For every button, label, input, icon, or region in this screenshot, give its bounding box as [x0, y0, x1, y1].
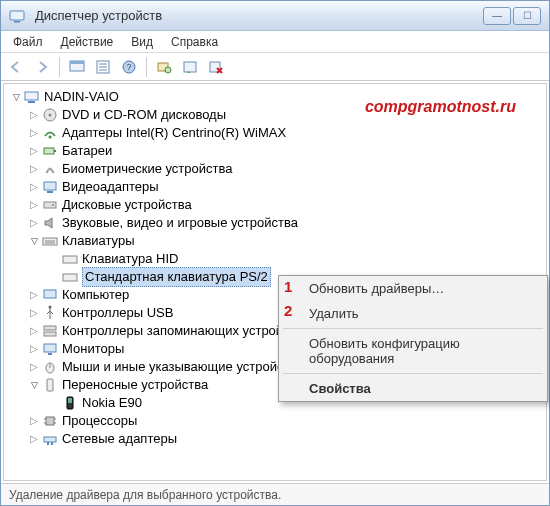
- svg-rect-41: [46, 417, 54, 425]
- device-manager-window: Диспетчер устройств — ☐ Файл Действие Ви…: [0, 0, 550, 506]
- expander-open-icon[interactable]: [10, 91, 22, 103]
- expander-closed-icon[interactable]: [28, 289, 40, 301]
- expander-closed-icon[interactable]: [28, 199, 40, 211]
- menu-file[interactable]: Файл: [5, 33, 51, 51]
- svg-rect-48: [51, 442, 53, 445]
- disc-drive-icon: [42, 107, 58, 123]
- context-menu-delete[interactable]: Удалить: [279, 301, 547, 326]
- tree-item[interactable]: Батареи: [8, 142, 542, 160]
- svg-rect-30: [44, 290, 56, 298]
- keyboard-icon: [42, 233, 58, 249]
- biometric-icon: [42, 161, 58, 177]
- toolbar-delete-icon[interactable]: [205, 56, 227, 78]
- monitor-icon: [42, 341, 58, 357]
- sound-icon: [42, 215, 58, 231]
- wimax-icon: [42, 125, 58, 141]
- expander-closed-icon[interactable]: [28, 433, 40, 445]
- svg-rect-35: [48, 353, 52, 355]
- tree-item-keyboards[interactable]: Клавиатуры: [8, 232, 542, 250]
- svg-point-17: [49, 114, 52, 117]
- computer-icon: [24, 89, 40, 105]
- expander-closed-icon[interactable]: [28, 307, 40, 319]
- network-adapter-icon: [42, 431, 58, 447]
- svg-rect-20: [54, 150, 56, 152]
- expander-open-icon[interactable]: [28, 235, 40, 247]
- menu-action[interactable]: Действие: [53, 33, 122, 51]
- svg-rect-3: [70, 61, 84, 64]
- menu-help[interactable]: Справка: [163, 33, 226, 51]
- toolbar-forward-icon[interactable]: [31, 56, 53, 78]
- expander-closed-icon[interactable]: [28, 415, 40, 427]
- tree-item[interactable]: Дисковые устройства: [8, 196, 542, 214]
- tree-item[interactable]: Адаптеры Intel(R) Centrino(R) WiMAX: [8, 124, 542, 142]
- context-menu-separator: [283, 328, 543, 329]
- expander-closed-icon[interactable]: [28, 343, 40, 355]
- keyboard-icon: [62, 269, 78, 285]
- svg-rect-21: [44, 182, 56, 190]
- expander-closed-icon[interactable]: [28, 145, 40, 157]
- svg-rect-40: [68, 398, 72, 403]
- storage-controller-icon: [42, 323, 58, 339]
- expander-closed-icon[interactable]: [28, 325, 40, 337]
- expander-closed-icon[interactable]: [28, 361, 40, 373]
- tree-root[interactable]: NADIN-VAIO: [8, 88, 542, 106]
- display-adapter-icon: [42, 179, 58, 195]
- svg-rect-12: [184, 62, 196, 72]
- tree-item[interactable]: Сетевые адаптеры: [8, 430, 542, 448]
- svg-rect-33: [44, 332, 56, 336]
- expander-closed-icon[interactable]: [28, 163, 40, 175]
- app-icon: [9, 8, 25, 24]
- battery-icon: [42, 143, 58, 159]
- tree-item[interactable]: Видеоадаптеры: [8, 178, 542, 196]
- svg-rect-32: [44, 326, 56, 330]
- portable-device-icon: [42, 377, 58, 393]
- context-menu: Обновить драйверы… Удалить Обновить конф…: [278, 275, 548, 402]
- toolbar-help-icon[interactable]: ?: [118, 56, 140, 78]
- svg-rect-28: [63, 256, 77, 263]
- svg-rect-19: [44, 148, 54, 154]
- svg-rect-47: [47, 442, 49, 445]
- svg-rect-46: [44, 437, 56, 442]
- tree-item[interactable]: DVD и CD-ROM дисководы: [8, 106, 542, 124]
- callout-2: 2: [284, 302, 292, 319]
- tree-item[interactable]: Процессоры: [8, 412, 542, 430]
- usb-icon: [42, 305, 58, 321]
- svg-point-18: [49, 136, 52, 139]
- toolbar-details-icon[interactable]: [92, 56, 114, 78]
- svg-rect-38: [47, 379, 53, 391]
- context-menu-update-drivers[interactable]: Обновить драйверы…: [279, 276, 547, 301]
- svg-point-11: [165, 67, 171, 73]
- expander-open-icon[interactable]: [28, 379, 40, 391]
- tree-item[interactable]: Звуковые, видео и игровые устройства: [8, 214, 542, 232]
- expander-closed-icon[interactable]: [28, 109, 40, 121]
- svg-point-24: [52, 204, 54, 206]
- status-text: Удаление драйвера для выбранного устройс…: [9, 488, 281, 502]
- expander-closed-icon[interactable]: [28, 181, 40, 193]
- svg-point-31: [49, 306, 52, 309]
- window-title: Диспетчер устройств: [35, 8, 162, 23]
- svg-text:?: ?: [126, 62, 131, 72]
- minimize-button[interactable]: —: [483, 7, 511, 25]
- svg-rect-15: [28, 101, 35, 103]
- svg-rect-34: [44, 344, 56, 352]
- disk-drive-icon: [42, 197, 58, 213]
- tree-item-keyboard-child[interactable]: Клавиатура HID: [8, 250, 542, 268]
- expander-closed-icon[interactable]: [28, 217, 40, 229]
- svg-rect-0: [10, 11, 24, 20]
- toolbar-scan-icon[interactable]: [153, 56, 175, 78]
- titlebar: Диспетчер устройств — ☐: [1, 1, 549, 31]
- toolbar-back-icon[interactable]: [5, 56, 27, 78]
- svg-rect-29: [63, 274, 77, 281]
- processor-icon: [42, 413, 58, 429]
- maximize-button[interactable]: ☐: [513, 7, 541, 25]
- context-menu-properties[interactable]: Свойства: [279, 376, 547, 401]
- computer-icon: [42, 287, 58, 303]
- tree-item[interactable]: Биометрические устройства: [8, 160, 542, 178]
- toolbar-console-icon[interactable]: [66, 56, 88, 78]
- toolbar-update-icon[interactable]: [179, 56, 201, 78]
- statusbar: Удаление драйвера для выбранного устройс…: [1, 483, 549, 505]
- menu-view[interactable]: Вид: [123, 33, 161, 51]
- svg-rect-22: [47, 191, 53, 193]
- context-menu-refresh-config[interactable]: Обновить конфигурацию оборудования: [279, 331, 547, 371]
- expander-closed-icon[interactable]: [28, 127, 40, 139]
